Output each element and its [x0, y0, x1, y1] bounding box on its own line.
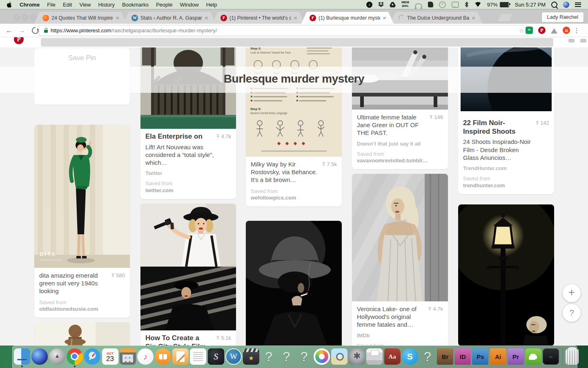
dropbox-icon[interactable]: [378, 2, 384, 7]
dock-trash[interactable]: [566, 349, 579, 365]
create-pin-fab[interactable]: +: [563, 284, 581, 302]
pin-veronica[interactable]: Veronica Lake- one of Hollywood's origin…: [352, 174, 448, 361]
dock-activity-monitor[interactable]: ~: [543, 348, 559, 365]
pin-lamp[interactable]: [458, 204, 554, 346]
apple-menu-icon[interactable]: [7, 2, 12, 8]
dock-textedit[interactable]: [190, 348, 206, 365]
dock-missing-app[interactable]: ?: [261, 348, 277, 365]
music-app-icon[interactable]: ♪: [366, 2, 372, 8]
pin-sincity[interactable]: How To Create aSin City Style Film 5.1k: [140, 204, 236, 356]
dock-launchpad[interactable]: [49, 348, 65, 365]
dock-siri[interactable]: [31, 348, 48, 365]
siri-icon[interactable]: [563, 2, 569, 8]
dock-calculator[interactable]: [120, 348, 136, 365]
pin-film22[interactable]: 22 Film Noir-Inspired Shoots 142 24 Shoo…: [458, 39, 554, 194]
pin-ela[interactable]: Ela Enterprise on 4.7k Lift! Art Nouveau…: [140, 39, 236, 199]
dock-photos[interactable]: [314, 348, 330, 365]
pin-milky[interactable]: Step 3: Look at Gestures Toward the Face: [246, 39, 342, 206]
battery-indicator[interactable]: 97%: [487, 2, 509, 8]
browser-tab[interactable]: WStats ‹ Author R. A. Gasparac×: [123, 12, 216, 24]
menu-edit[interactable]: Edit: [63, 2, 72, 8]
tab-close-button[interactable]: ×: [383, 15, 386, 21]
pinterest-extension-icon[interactable]: P: [538, 27, 546, 34]
dock-adobe-photoshop[interactable]: Ps: [472, 348, 488, 365]
dock-chrome[interactable]: [67, 348, 83, 365]
chrome-menu-icon[interactable]: ⋮: [573, 27, 580, 34]
tab-close-button[interactable]: ×: [294, 15, 297, 21]
dock-finder[interactable]: [14, 348, 30, 365]
browser-tab[interactable]: 24 Quotes That Will Inspire Yo×: [34, 12, 127, 24]
wifi-icon[interactable]: [474, 2, 481, 7]
menu-window[interactable]: Window: [180, 2, 198, 8]
new-tab-button[interactable]: [498, 14, 512, 21]
window-minimize-button[interactable]: [22, 14, 28, 20]
dock-system-preferences[interactable]: [349, 348, 365, 365]
dock-preview[interactable]: [331, 348, 347, 365]
dock-missing-app[interactable]: ?: [278, 348, 294, 365]
dock-adobe-indesign[interactable]: ID: [454, 348, 471, 365]
messages-icon[interactable]: [452, 2, 459, 8]
time-machine-icon[interactable]: [439, 1, 446, 8]
dock-video-editor[interactable]: ★: [243, 348, 259, 365]
dock-adobe-premiere[interactable]: Pr: [508, 348, 524, 365]
tab-close-button[interactable]: ×: [472, 15, 475, 21]
address-bar[interactable]: https://www.pinterest.com/raechelgaspara…: [39, 25, 529, 36]
dock-skype[interactable]: S: [402, 348, 418, 365]
notification-center-icon[interactable]: [575, 2, 581, 7]
pin-noir-man[interactable]: [246, 221, 342, 348]
pin-image-noir-man[interactable]: [246, 221, 342, 348]
menu-people[interactable]: People: [156, 2, 172, 8]
menu-file[interactable]: File: [47, 2, 56, 8]
dock-pages[interactable]: [172, 348, 189, 365]
dock-evernote[interactable]: [525, 348, 541, 365]
tab-close-button[interactable]: ×: [205, 15, 208, 21]
menu-history[interactable]: History: [98, 2, 114, 8]
pin-image-veronica[interactable]: [352, 174, 448, 301]
headphones-icon[interactable]: [415, 3, 422, 8]
menubar-clock[interactable]: Sun 5:27 PM: [515, 2, 546, 8]
menu-chrome[interactable]: Chrome: [20, 2, 40, 8]
back-button[interactable]: ←: [6, 27, 13, 34]
dock-printer[interactable]: [366, 348, 383, 365]
pin-image-poster[interactable]: Step 3: Look at Gestures Toward the Face: [246, 39, 342, 157]
pin-dita[interactable]: DITA WWW.DITA.NET dita amazing emerald g…: [34, 125, 130, 318]
memory-usage-indicator[interactable]: MEM84%: [401, 1, 409, 8]
menu-view[interactable]: View: [79, 2, 91, 8]
dock-missing-app[interactable]: ?: [296, 348, 312, 365]
chrome-profile-chip[interactable]: Lady Raechel: [541, 12, 584, 22]
browser-tab[interactable]: The Dulce Underground Base×: [390, 12, 483, 24]
tab-close-button[interactable]: ×: [116, 15, 119, 21]
spotlight-icon[interactable]: [551, 2, 557, 8]
dock-safari[interactable]: [84, 348, 100, 365]
pinterest-search-bar[interactable]: [41, 38, 553, 47]
pin-image-gun-woman[interactable]: [140, 204, 236, 330]
help-fab[interactable]: ?: [563, 304, 581, 322]
dock-wordpress[interactable]: W: [225, 348, 242, 365]
dock-dictionary[interactable]: Aa: [384, 348, 401, 365]
move-board-icon[interactable]: [173, 74, 184, 87]
dock-missing-app[interactable]: ?: [419, 348, 436, 365]
browser-tab[interactable]: P(1) Burlesque murder mystery×: [301, 12, 394, 24]
stumbleupon-extension-icon[interactable]: u: [563, 27, 570, 34]
window-close-button[interactable]: [14, 14, 20, 20]
forward-button[interactable]: →: [18, 27, 25, 34]
menu-help[interactable]: Help: [206, 2, 217, 8]
drive-extension-icon[interactable]: [551, 28, 557, 34]
pin-image-dita[interactable]: DITA WWW.DITA.NET: [34, 125, 130, 268]
hangouts-extension-icon[interactable]: ”: [526, 27, 533, 34]
dock-scrivener[interactable]: S: [208, 348, 224, 365]
dock-itunes[interactable]: ♪: [137, 348, 154, 365]
browser-tab[interactable]: P(1) Pinterest • The world's cata×: [212, 12, 305, 24]
google-drive-icon[interactable]: [390, 2, 396, 7]
evernote-menubar-icon[interactable]: [428, 2, 433, 7]
pin-jane[interactable]: Ultimate femme fatale Jane Greer in OUT …: [352, 39, 448, 169]
dock-adobe-bridge[interactable]: Br: [437, 348, 453, 365]
menu-bookmarks[interactable]: Bookmarks: [122, 2, 149, 8]
dock-calendar[interactable]: OCT23: [102, 348, 118, 365]
pin-image-lamp[interactable]: [458, 204, 554, 346]
pinterest-logo[interactable]: P: [14, 37, 24, 44]
dock-ibooks[interactable]: [155, 348, 171, 365]
dock-adobe-illustrator[interactable]: Ai: [490, 348, 506, 365]
bluetooth-icon[interactable]: [465, 2, 469, 7]
edit-board-pencil-icon[interactable]: [151, 75, 161, 87]
